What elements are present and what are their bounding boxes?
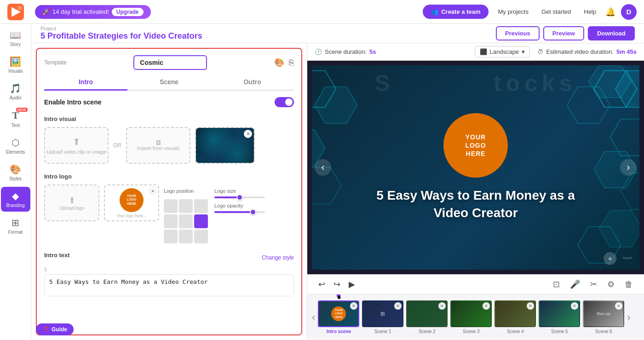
content-area: Project 5 Profitable Strategies for Vide… <box>31 24 644 340</box>
guide-button[interactable]: ❓ Guide <box>36 323 74 335</box>
header-bar: Project 5 Profitable Strategies for Vide… <box>31 24 644 43</box>
main-layout: 📖 Story 🖼️ Visuals 🎵 Audio NEW T Text ⬡ … <box>0 24 644 340</box>
sidebar-item-visuals[interactable]: 🖼️ Visuals <box>1 52 30 77</box>
logo-preview-box[interactable]: YOUR LOGO HERE Your logo here... ✕ <box>104 184 159 221</box>
undo-button[interactable]: ↩ <box>316 277 327 291</box>
sidebar-item-styles[interactable]: 🎨 Styles <box>1 160 30 185</box>
sidebar-item-audio[interactable]: 🎵 Audio <box>1 79 30 104</box>
intro-logo-title: Intro logo <box>44 173 294 180</box>
pos-cell-mr[interactable] <box>194 214 208 228</box>
project-info: Project 5 Profitable Strategies for Vide… <box>40 26 202 41</box>
new-badge: NEW <box>16 108 28 112</box>
video-logo-circle: YOUR LOGO HERE <box>443 113 508 178</box>
pos-cell-mc[interactable] <box>179 214 193 228</box>
help-link[interactable]: Help <box>580 8 600 15</box>
enable-intro-toggle[interactable] <box>275 97 294 107</box>
tab-outro[interactable]: Outro <box>211 75 294 91</box>
tl-thumb-intro[interactable]: YOURLOGOHERE ✕ <box>318 300 359 327</box>
audio-icon: 🎵 <box>10 83 21 94</box>
intro-text-section: Intro text Change style 5 5 Easy Ways to… <box>44 252 294 298</box>
tl-scene-intro: ● YOURLOGOHERE ✕ Intro scene <box>318 300 359 334</box>
play-button[interactable]: ▶ <box>347 277 357 291</box>
visible-dot: ● <box>337 294 340 297</box>
left-panel: Template 🎨 ⎘ Intro Scene Outro <box>31 43 307 340</box>
enable-intro-label: Enable Intro scene <box>44 98 101 106</box>
copy-icon[interactable]: ⎘ <box>289 58 294 68</box>
sidebar-item-elements[interactable]: ⬡ Elements <box>1 133 30 158</box>
import-visuals-box[interactable]: 🖼 Import from visuals <box>126 127 190 164</box>
previous-button[interactable]: Previous <box>496 26 540 40</box>
remove-logo-button[interactable]: ✕ <box>149 187 156 195</box>
user-avatar[interactable]: D <box>621 4 637 20</box>
tl-thumb-4[interactable]: ✕ <box>494 300 536 327</box>
pos-cell-br[interactable] <box>194 230 208 243</box>
pos-cell-tc[interactable] <box>179 199 193 213</box>
tab-intro[interactable]: Intro <box>44 75 127 91</box>
sidebar-item-branding[interactable]: ◆ Branding <box>1 187 30 212</box>
notifications-bell-icon[interactable]: 🔔 <box>605 7 615 17</box>
preview-button[interactable]: Preview <box>543 26 584 40</box>
intro-text-input[interactable]: 5 Easy Ways to Earn Money as a Video Cre… <box>44 274 294 296</box>
intro-logo-section: Intro logo ⬆ Upload logo YOUR <box>44 173 294 243</box>
timeline-right-arrow[interactable]: › <box>627 311 630 323</box>
tl-thumb-1[interactable]: 📊 ✕ <box>362 300 403 327</box>
clock-icon: 🕐 <box>315 48 322 55</box>
timeline-left-arrow[interactable]: ‹ <box>312 311 315 323</box>
styles-icon: 🎨 <box>10 164 21 175</box>
visual-row: ⬆ Upload video clip or image OR 🖼 Import… <box>44 127 294 164</box>
logo-opacity-label: Logo opacity <box>214 203 265 208</box>
my-projects-link[interactable]: My projects <box>494 8 532 15</box>
preview-thumb-box[interactable]: ✕ <box>195 127 255 164</box>
microphone-button[interactable]: 🎤 <box>568 277 582 291</box>
create-team-button[interactable]: 👥 Create a team <box>423 5 489 19</box>
get-started-link[interactable]: Get started <box>538 8 575 15</box>
pos-cell-tr[interactable] <box>194 199 208 213</box>
pictory-logo <box>7 4 24 20</box>
tl-thumb-2[interactable]: ✕ <box>406 300 448 327</box>
project-label: Project <box>40 26 202 31</box>
remove-preview-button[interactable]: ✕ <box>244 130 252 138</box>
delete-button[interactable]: 🗑 <box>623 278 635 291</box>
scissors-button[interactable]: ✂ <box>588 277 599 291</box>
tl-scene-3: ✕ Scene 3 <box>450 300 492 334</box>
sidebar-item-text[interactable]: NEW T Text <box>1 106 30 132</box>
download-button[interactable]: Download <box>588 26 635 40</box>
video-prev-button[interactable]: ‹ <box>315 159 331 176</box>
intro-text-title: Intro text <box>44 252 70 259</box>
sidebar-item-format[interactable]: ⊞ Format <box>1 213 30 238</box>
tl-thumb-3[interactable]: ✕ <box>450 300 492 327</box>
upload-video-box[interactable]: ⬆ Upload video clip or image <box>44 127 109 164</box>
logo-size-slider[interactable] <box>214 196 265 198</box>
change-style-link[interactable]: Change style <box>262 254 294 261</box>
intro-visual-section: Intro visual ⬆ Upload video clip or imag… <box>44 115 294 164</box>
header-actions: Previous Preview Download <box>496 26 635 40</box>
svg-point-2 <box>18 6 22 10</box>
tl-scene-4: ✕ Scene 4 <box>494 300 536 334</box>
settings-button[interactable]: ⚙ <box>605 277 616 291</box>
top-nav: 🚀 14 day trial activated! Upgrade 👥 Crea… <box>0 0 644 24</box>
video-next-button[interactable]: › <box>620 159 637 176</box>
tl-thumb-6[interactable]: Rev ue ✕ <box>583 300 624 327</box>
palette-icon[interactable]: 🎨 <box>274 58 284 68</box>
template-input[interactable] <box>133 55 207 70</box>
pos-cell-tl[interactable] <box>164 199 178 213</box>
logo-opacity-slider[interactable] <box>214 211 265 213</box>
sidebar-item-story[interactable]: 📖 Story <box>1 26 30 51</box>
landscape-selector[interactable]: ⬛ Landscape ▾ <box>475 46 530 58</box>
redo-button[interactable]: ↪ <box>332 277 342 291</box>
upload-logo-box[interactable]: ⬆ Upload logo <box>44 184 99 221</box>
upgrade-button[interactable]: Upgrade <box>112 8 144 16</box>
video-preview: S tocks ‹ › YOUR LOGO HERE 5 Easy Ways t… <box>312 65 639 270</box>
template-icons: 🎨 ⎘ <box>274 58 294 68</box>
captions-button[interactable]: ⊡ <box>551 277 562 291</box>
tl-scene-5: ✕ Scene 5 <box>539 300 580 334</box>
logo-area[interactable] <box>7 4 24 20</box>
tl-thumb-5[interactable]: ✕ <box>539 300 580 327</box>
tl-scene-2: ✕ Scene 2 <box>406 300 448 334</box>
trial-badge: 🚀 14 day trial activated! Upgrade <box>35 5 151 19</box>
tab-scene[interactable]: Scene <box>127 75 211 91</box>
guide-label: Guide <box>52 326 67 333</box>
pos-cell-ml[interactable] <box>164 214 178 228</box>
pos-cell-bl[interactable] <box>164 230 178 243</box>
pos-cell-bc[interactable] <box>179 230 193 243</box>
